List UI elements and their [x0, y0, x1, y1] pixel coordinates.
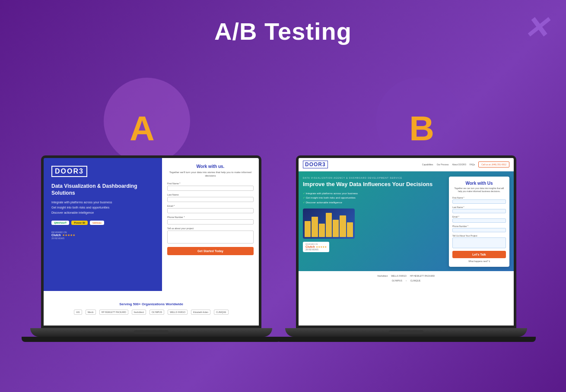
- hero-bullet-2: Get insight into both risks and opportun…: [303, 196, 445, 200]
- screen-b-hero: DATA VISUALIZATION AGENCY & DASHBOARD DE…: [299, 171, 514, 271]
- form-a-field-email[interactable]: Email *: [167, 205, 254, 213]
- form-a-label-phone: Phone Number *: [167, 216, 254, 218]
- screen-a-bullet-3: Discover actionable intelligence: [51, 210, 154, 215]
- laptop-a-foot: [22, 337, 281, 342]
- screen-b-client-wellsfargo: WELLS FARGO: [391, 275, 407, 277]
- form-a-submit-button[interactable]: Get Started Today: [167, 247, 254, 255]
- db-bar-5: [333, 220, 339, 237]
- screen-b-clutch-stars: ★★★★★: [316, 245, 327, 248]
- client-logo-olympus: OLYMPUS: [149, 310, 164, 315]
- client-logo-aig: AIG: [74, 310, 82, 315]
- client-logo-elizabeth: Elizabeth Arden: [191, 310, 210, 315]
- screen-b-client-clinique: CLINIQUE: [410, 279, 421, 282]
- form-a-label-project: Tell us about your project: [167, 227, 254, 230]
- nav-ourprocess[interactable]: Our Process: [437, 163, 449, 166]
- form-b-input-email[interactable]: [452, 218, 506, 223]
- form-a-input-phone[interactable]: [167, 219, 254, 224]
- db-bar-4: [326, 213, 332, 237]
- screen-a-bullet-1: Integrate with platforms across your bus…: [51, 200, 154, 205]
- nav-faqs[interactable]: FAQs: [470, 163, 475, 166]
- form-b-title: Work with Us: [452, 181, 506, 186]
- screen-a-clients-bar: Serving 500+ Organizations Worldwide AIG…: [44, 291, 259, 326]
- powerbi-logo: Power BI: [71, 221, 88, 225]
- form-b-textarea-project[interactable]: [452, 237, 506, 248]
- form-b-label-email: Email *: [452, 215, 506, 218]
- screen-version-a: DOOR3 Data Visualization & Dashboarding …: [41, 155, 261, 328]
- screen-a-heading: Data Visualization & Dashboarding Soluti…: [51, 183, 154, 196]
- form-b-label-project: Tell Us About Your Project: [452, 234, 506, 237]
- db-bar-1: [305, 221, 311, 237]
- screen-b-hero-tag: DATA VISUALIZATION AGENCY & DASHBOARD DE…: [303, 177, 445, 179]
- nav-aboutdoor3[interactable]: About DOOR3: [452, 163, 466, 166]
- db-bar-6: [340, 215, 346, 237]
- screen-a-clutch: REVIEWED ON Clutch ★★★★★ 28 REVIEWS: [51, 231, 154, 240]
- laptop-version-b: DOOR3 Capabilities Our Process About DOO…: [296, 155, 525, 342]
- page-title: A/B Testing: [0, 0, 566, 45]
- laptops-row: DOOR3 Data Visualization & Dashboarding …: [24, 155, 542, 342]
- screen-b-client-olympus: OLYMPUS: [392, 279, 402, 282]
- form-b-submit-button[interactable]: Let's Talk: [452, 251, 506, 258]
- form-b-input-phone[interactable]: [452, 228, 506, 232]
- screen-b-clients: freshdirect WELLS FARGO HP HEWLETT PACKA…: [299, 271, 514, 285]
- laptop-b-base: [285, 328, 527, 337]
- laptop-version-a: DOOR3 Data Visualization & Dashboarding …: [41, 155, 270, 342]
- form-a-field-project[interactable]: Tell us about your project: [167, 227, 254, 243]
- form-a-field-firstname[interactable]: First Name *: [167, 182, 254, 191]
- screen-b-hero-bullets: Integrate with platforms across your bus…: [303, 191, 445, 205]
- x-logo-icon: ✕: [523, 13, 549, 43]
- db-bar-2: [312, 217, 318, 237]
- form-a-input-firstname[interactable]: [167, 186, 254, 191]
- screen-b-client-hp: HP HEWLETT PACKARD: [410, 275, 435, 277]
- screen-a-form: Work with us. Together we'll turn your d…: [162, 158, 259, 296]
- form-b-input-firstname[interactable]: [452, 199, 506, 204]
- screen-b-hero-left: DATA VISUALIZATION AGENCY & DASHBOARD DE…: [303, 177, 445, 267]
- form-b-input-lastname[interactable]: [452, 209, 506, 213]
- form-b-label-lastname: Last Name *: [452, 206, 506, 209]
- hero-bullet-3: Discover actionable intelligence: [303, 200, 445, 205]
- screen-a-tool-logos: QlikView® Power BI tableau: [51, 221, 154, 225]
- form-a-field-lastname[interactable]: Last Name: [167, 193, 254, 202]
- tableau-logo: tableau: [90, 221, 104, 225]
- screen-b-client-freshdirect: freshdirect: [378, 275, 388, 277]
- form-a-subtitle: Together we'll turn your data into stori…: [167, 171, 254, 178]
- screen-b-logo: DOOR3: [303, 161, 328, 168]
- form-a-label-email: Email *: [167, 205, 254, 207]
- form-a-input-email[interactable]: [167, 208, 254, 213]
- client-logo-wells: WELLS FARGO: [168, 310, 188, 315]
- screen-b-content: DOOR3 Capabilities Our Process About DOO…: [299, 158, 514, 326]
- db-bar-3: [319, 224, 325, 237]
- screen-a-bullet-2: Get insight into both risks and opportun…: [51, 205, 154, 210]
- nav-capabilities[interactable]: Capabilities: [422, 163, 433, 166]
- form-b-next-text: What happens next? ℹ: [452, 260, 506, 262]
- form-b-subtitle: Together we can turn your data into insi…: [452, 187, 506, 193]
- serving-text: Serving 500+ Organizations Worldwide: [119, 302, 183, 306]
- form-a-field-phone[interactable]: Phone Number *: [167, 216, 254, 224]
- dashboard-preview: [303, 209, 355, 239]
- client-logos-row: AIG Merck HP HEWLETT PACKARD freshdirect…: [74, 310, 228, 315]
- clutch-reviews: 28 REVIEWS: [51, 237, 64, 240]
- qlikview-logo: QlikView®: [51, 221, 69, 225]
- nav-call-button[interactable]: Call us at: (646) 351-0012: [478, 161, 509, 168]
- form-a-label-lastname: Last Name: [167, 193, 254, 196]
- form-a-label-firstname: First Name *: [167, 182, 254, 185]
- screen-b-clutch-brand: Clutch: [305, 245, 315, 248]
- screen-b-client-tilde: ~: [406, 279, 407, 282]
- form-a-input-lastname[interactable]: [167, 197, 254, 202]
- label-b: B: [409, 109, 434, 149]
- hero-bullet-1: Integrate with platforms across your bus…: [303, 191, 445, 196]
- form-a-textarea-project[interactable]: [167, 231, 254, 243]
- db-bar-7: [347, 222, 353, 237]
- form-b-label-phone: Phone Number *: [452, 225, 506, 228]
- client-logo-merck: Merck: [86, 310, 96, 315]
- screen-a-bullets: Integrate with platforms across your bus…: [51, 200, 154, 215]
- screen-b-hero-title: Improve the Way Data Influences Your Dec…: [303, 181, 445, 188]
- clutch-brand: Clutch: [51, 234, 61, 237]
- screen-a-content: DOOR3 Data Visualization & Dashboarding …: [44, 158, 259, 326]
- form-b-label-firstname: First Name *: [452, 196, 506, 199]
- label-a: A: [130, 109, 155, 149]
- screen-a-left: DOOR3 Data Visualization & Dashboarding …: [44, 158, 162, 296]
- form-b-card-inner: Work with Us Together we can turn your d…: [449, 177, 509, 267]
- screen-b-client-row-2: OLYMPUS ~ CLINIQUE: [392, 279, 421, 282]
- screen-b-form-card: Work with Us Together we can turn your d…: [449, 177, 509, 267]
- laptop-b-foot: [277, 337, 536, 342]
